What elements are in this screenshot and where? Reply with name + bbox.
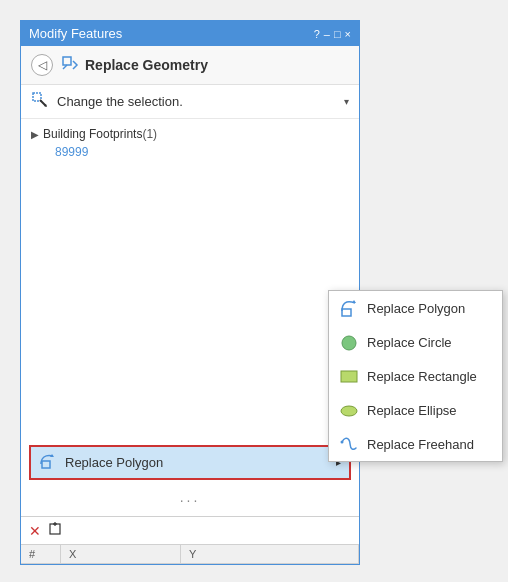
title-bar: Modify Features ? – □ ×: [21, 21, 359, 46]
tree-expand-arrow[interactable]: ▶: [31, 129, 39, 140]
replace-polygon-icon: [339, 298, 359, 318]
replace-circle-label: Replace Circle: [367, 335, 452, 350]
table-section: ✕ # X Y: [21, 516, 359, 564]
replace-polygon-tool-icon: [39, 452, 57, 473]
replace-geometry-icon: [61, 54, 79, 76]
dropdown-item-replace-ellipse[interactable]: Replace Ellipse: [329, 393, 502, 427]
main-panel: Modify Features ? – □ × ◁ Replace Geomet…: [20, 20, 360, 565]
dots-label: ···: [180, 492, 201, 508]
svg-rect-0: [63, 57, 71, 65]
replace-circle-icon: [339, 332, 359, 352]
svg-rect-9: [342, 309, 351, 316]
tool-dropdown-menu: Replace Polygon Replace Circle Replace R…: [328, 290, 503, 462]
help-button[interactable]: ?: [314, 28, 320, 40]
replace-rectangle-icon: [339, 366, 359, 386]
tree-section: ▶ Building Footprints (1) 89999: [21, 119, 359, 441]
col-hash: #: [21, 545, 61, 563]
tree-parent-label: Building Footprints: [43, 127, 142, 141]
selection-icon: [31, 91, 49, 112]
back-icon: ◁: [38, 58, 47, 72]
back-button[interactable]: ◁: [31, 54, 53, 76]
dots-row: ···: [21, 484, 359, 516]
svg-rect-4: [42, 461, 50, 468]
replace-ellipse-icon: [339, 400, 359, 420]
dropdown-item-replace-polygon[interactable]: Replace Polygon: [329, 291, 502, 325]
active-tool-label: Replace Polygon: [65, 455, 336, 470]
panel-header: ◁ Replace Geometry: [21, 46, 359, 85]
tree-parent-item: ▶ Building Footprints (1): [31, 127, 349, 141]
replace-ellipse-label: Replace Ellipse: [367, 403, 457, 418]
svg-rect-1: [33, 93, 41, 101]
panel-title-text: Replace Geometry: [85, 57, 208, 73]
close-button[interactable]: ×: [345, 28, 351, 40]
selection-row[interactable]: Change the selection. ▾: [21, 85, 359, 119]
replace-freehand-icon: [339, 434, 359, 454]
svg-point-13: [341, 441, 344, 444]
delete-icon[interactable]: ✕: [29, 523, 41, 539]
tree-child-item[interactable]: 89999: [31, 145, 349, 159]
dropdown-item-replace-rectangle[interactable]: Replace Rectangle: [329, 359, 502, 393]
selection-label: Change the selection.: [57, 94, 344, 109]
svg-point-12: [341, 406, 357, 416]
active-tool-row[interactable]: Replace Polygon ▸: [29, 445, 351, 480]
svg-point-10: [342, 336, 356, 350]
col-y: Y: [181, 545, 359, 563]
table-header: # X Y: [21, 545, 359, 564]
replace-polygon-label: Replace Polygon: [367, 301, 465, 316]
replace-freehand-label: Replace Freehand: [367, 437, 474, 452]
selection-dropdown-arrow[interactable]: ▾: [344, 96, 349, 107]
replace-rectangle-label: Replace Rectangle: [367, 369, 477, 384]
svg-marker-8: [352, 300, 356, 303]
dropdown-item-replace-circle[interactable]: Replace Circle: [329, 325, 502, 359]
svg-rect-11: [341, 371, 357, 382]
tree-count: (1): [142, 127, 157, 141]
tree-child-label: 89999: [55, 145, 88, 159]
col-x: X: [61, 545, 181, 563]
title-bar-controls: ? – □ ×: [314, 28, 351, 40]
dropdown-item-replace-freehand[interactable]: Replace Freehand: [329, 427, 502, 461]
table-toolbar: ✕: [21, 517, 359, 545]
maximize-button[interactable]: □: [334, 28, 341, 40]
panel-title: Modify Features: [29, 26, 122, 41]
minimize-button[interactable]: –: [324, 28, 330, 40]
add-row-icon[interactable]: [49, 521, 65, 540]
